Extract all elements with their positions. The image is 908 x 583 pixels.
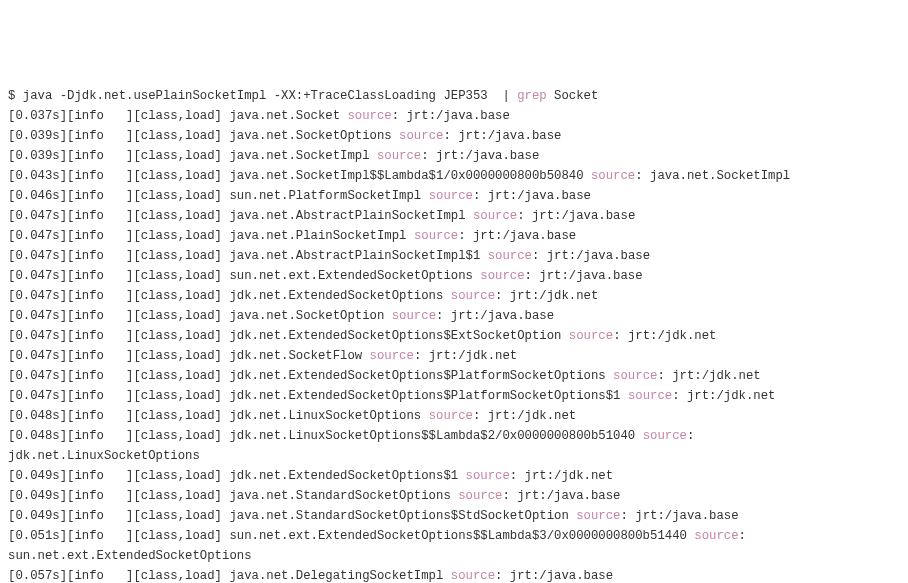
source-keyword: source xyxy=(613,369,657,383)
log-text: : java.net.SocketImpl xyxy=(635,169,790,183)
log-text: [0.047s][info ][class,load] jdk.net.Exte… xyxy=(8,369,613,383)
log-line: [0.047s][info ][class,load] java.net.Abs… xyxy=(8,246,900,266)
log-text: [0.037s][info ][class,load] java.net.Soc… xyxy=(8,109,347,123)
source-keyword: source xyxy=(451,289,495,303)
log-line: [0.037s][info ][class,load] java.net.Soc… xyxy=(8,106,900,126)
log-text: [0.039s][info ][class,load] java.net.Soc… xyxy=(8,149,377,163)
log-text: [0.049s][info ][class,load] java.net.Sta… xyxy=(8,489,458,503)
log-line: [0.039s][info ][class,load] java.net.Soc… xyxy=(8,146,900,166)
source-keyword: source xyxy=(643,429,687,443)
log-text: : jrt:/java.base xyxy=(436,309,554,323)
log-text: : xyxy=(687,429,702,443)
log-line: [0.047s][info ][class,load] jdk.net.Exte… xyxy=(8,386,900,406)
source-keyword: source xyxy=(392,309,436,323)
log-line: [0.049s][info ][class,load] java.net.Sta… xyxy=(8,486,900,506)
log-text: sun.net.ext.ExtendedSocketOptions xyxy=(8,549,252,563)
log-text: : jrt:/jdk.net xyxy=(672,389,775,403)
log-text: [0.051s][info ][class,load] sun.net.ext.… xyxy=(8,529,694,543)
log-line: sun.net.ext.ExtendedSocketOptions xyxy=(8,546,900,566)
log-line: [0.048s][info ][class,load] jdk.net.Linu… xyxy=(8,426,900,446)
log-line: [0.057s][info ][class,load] java.net.Del… xyxy=(8,566,900,583)
source-keyword: source xyxy=(399,129,443,143)
log-text: : jrt:/jdk.net xyxy=(510,469,613,483)
log-text: [0.048s][info ][class,load] jdk.net.Linu… xyxy=(8,429,643,443)
log-line: [0.039s][info ][class,load] java.net.Soc… xyxy=(8,126,900,146)
log-text: [0.047s][info ][class,load] jdk.net.Exte… xyxy=(8,389,628,403)
source-keyword: source xyxy=(458,489,502,503)
log-text: [0.047s][info ][class,load] sun.net.ext.… xyxy=(8,269,480,283)
log-text: : jrt:/jdk.net xyxy=(657,369,760,383)
log-text: : jrt:/java.base xyxy=(621,509,739,523)
source-keyword: source xyxy=(429,189,473,203)
log-text: [0.047s][info ][class,load] java.net.Abs… xyxy=(8,209,473,223)
source-keyword: source xyxy=(628,389,672,403)
source-keyword: source xyxy=(591,169,635,183)
log-text: [0.043s][info ][class,load] java.net.Soc… xyxy=(8,169,591,183)
log-line: [0.047s][info ][class,load] java.net.Abs… xyxy=(8,206,900,226)
source-keyword: source xyxy=(569,329,613,343)
log-line: [0.047s][info ][class,load] jdk.net.Sock… xyxy=(8,346,900,366)
log-text: [0.039s][info ][class,load] java.net.Soc… xyxy=(8,129,399,143)
source-keyword: source xyxy=(377,149,421,163)
log-text: [0.047s][info ][class,load] java.net.Pla… xyxy=(8,229,414,243)
log-text: [0.048s][info ][class,load] jdk.net.Linu… xyxy=(8,409,429,423)
source-keyword: source xyxy=(473,209,517,223)
log-text: : jrt:/java.base xyxy=(517,209,635,223)
log-text: : jrt:/java.base xyxy=(443,129,561,143)
log-text: : jrt:/java.base xyxy=(502,489,620,503)
log-line: [0.047s][info ][class,load] jdk.net.Exte… xyxy=(8,366,900,386)
log-text: [0.047s][info ][class,load] java.net.Soc… xyxy=(8,309,392,323)
log-text: : jrt:/jdk.net xyxy=(473,409,576,423)
terminal-output: $ java -Djdk.net.usePlainSocketImpl -XX:… xyxy=(8,86,900,583)
log-line: [0.048s][info ][class,load] jdk.net.Linu… xyxy=(8,406,900,426)
log-line: [0.046s][info ][class,load] sun.net.Plat… xyxy=(8,186,900,206)
source-keyword: source xyxy=(694,529,738,543)
source-keyword: source xyxy=(466,469,510,483)
log-text: jdk.net.LinuxSocketOptions xyxy=(8,449,200,463)
log-line: [0.047s][info ][class,load] java.net.Soc… xyxy=(8,306,900,326)
log-line: [0.047s][info ][class,load] java.net.Pla… xyxy=(8,226,900,246)
log-text: [0.057s][info ][class,load] java.net.Del… xyxy=(8,569,451,583)
log-text: : jrt:/java.base xyxy=(495,569,613,583)
log-text: [0.047s][info ][class,load] jdk.net.Sock… xyxy=(8,349,370,363)
log-line: [0.047s][info ][class,load] jdk.net.Exte… xyxy=(8,286,900,306)
log-text: [0.047s][info ][class,load] jdk.net.Exte… xyxy=(8,329,569,343)
log-text: [0.047s][info ][class,load] java.net.Abs… xyxy=(8,249,488,263)
log-text: : jrt:/java.base xyxy=(392,109,510,123)
log-text: : jrt:/java.base xyxy=(532,249,650,263)
source-keyword: source xyxy=(488,249,532,263)
source-keyword: grep xyxy=(517,89,547,103)
log-text: [0.049s][info ][class,load] jdk.net.Exte… xyxy=(8,469,466,483)
log-text: : jrt:/jdk.net xyxy=(414,349,517,363)
source-keyword: source xyxy=(347,109,391,123)
log-text: : jrt:/jdk.net xyxy=(495,289,598,303)
log-text: [0.049s][info ][class,load] java.net.Sta… xyxy=(8,509,576,523)
source-keyword: source xyxy=(429,409,473,423)
log-line: [0.043s][info ][class,load] java.net.Soc… xyxy=(8,166,900,186)
log-line: $ java -Djdk.net.usePlainSocketImpl -XX:… xyxy=(8,86,900,106)
log-text: [0.046s][info ][class,load] sun.net.Plat… xyxy=(8,189,429,203)
log-line: [0.047s][info ][class,load] sun.net.ext.… xyxy=(8,266,900,286)
source-keyword: source xyxy=(480,269,524,283)
log-line: [0.049s][info ][class,load] jdk.net.Exte… xyxy=(8,466,900,486)
log-text: : jrt:/java.base xyxy=(473,189,591,203)
log-text: $ java -Djdk.net.usePlainSocketImpl -XX:… xyxy=(8,89,517,103)
log-line: [0.049s][info ][class,load] java.net.Sta… xyxy=(8,506,900,526)
log-line: [0.051s][info ][class,load] sun.net.ext.… xyxy=(8,526,900,546)
source-keyword: source xyxy=(576,509,620,523)
log-text: : xyxy=(739,529,754,543)
log-text: : jrt:/jdk.net xyxy=(613,329,716,343)
log-line: [0.047s][info ][class,load] jdk.net.Exte… xyxy=(8,326,900,346)
source-keyword: source xyxy=(451,569,495,583)
log-text: : jrt:/java.base xyxy=(458,229,576,243)
source-keyword: source xyxy=(370,349,414,363)
log-text: Socket xyxy=(547,89,599,103)
log-text: [0.047s][info ][class,load] jdk.net.Exte… xyxy=(8,289,451,303)
log-line: jdk.net.LinuxSocketOptions xyxy=(8,446,900,466)
log-text: : jrt:/java.base xyxy=(421,149,539,163)
log-text: : jrt:/java.base xyxy=(525,269,643,283)
source-keyword: source xyxy=(414,229,458,243)
